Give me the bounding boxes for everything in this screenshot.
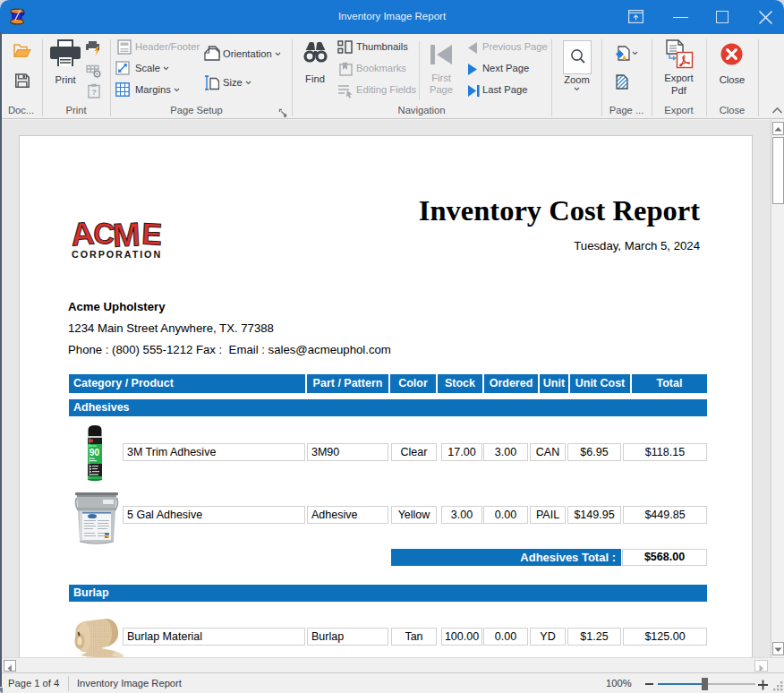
svg-text:90: 90 — [89, 448, 100, 458]
svg-text:E: E — [141, 217, 163, 252]
svg-text:?: ? — [91, 88, 97, 97]
svg-text:CORPORATION: CORPORATION — [72, 249, 162, 260]
